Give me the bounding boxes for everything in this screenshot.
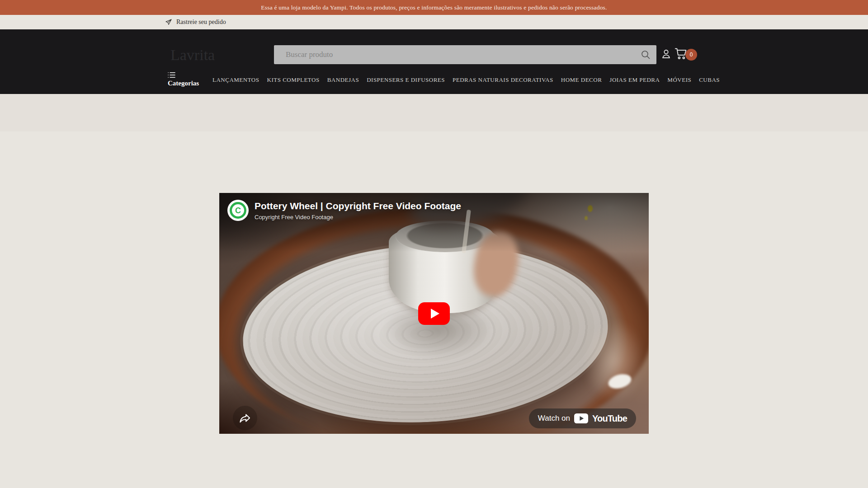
youtube-play-logo-icon [574, 413, 588, 423]
demo-notice-banner: Essa é uma loja modelo da Yampi. Todos o… [0, 0, 868, 15]
search-input[interactable] [274, 45, 656, 64]
send-icon [165, 19, 172, 26]
video-info-bar: C Pottery Wheel | Copyright Free Video F… [219, 193, 649, 228]
demo-notice-text: Essa é uma loja modelo da Yampi. Todos o… [261, 4, 607, 11]
cart-count-badge[interactable]: 0 [685, 49, 697, 61]
main-nav: LANÇAMENTOS KITS COMPLETOS BANDEJAS DISP… [212, 75, 720, 85]
youtube-wordmark: YouTube [592, 413, 627, 424]
track-order-link[interactable]: Rastreie seu pedido [165, 19, 226, 26]
nav-item-pedras-naturais-decorativas[interactable]: PEDRAS NATURAIS DECORATIVAS [453, 76, 553, 84]
search-icon [640, 49, 651, 60]
cart-count: 0 [690, 52, 693, 58]
nav-item-lancamentos[interactable]: LANÇAMENTOS [212, 76, 259, 84]
page-header-strip [0, 94, 868, 131]
nav-item-cubas[interactable]: CUBAS [699, 76, 720, 84]
watch-on-label: Watch on [538, 414, 570, 423]
channel-avatar[interactable]: C [227, 200, 249, 221]
store-logo[interactable]: Lavrita [170, 47, 215, 63]
search-box [274, 45, 656, 64]
youtube-embed: C Pottery Wheel | Copyright Free Video F… [219, 193, 649, 434]
video-titles: Pottery Wheel | Copyright Free Video Foo… [255, 200, 461, 221]
user-icon [660, 48, 672, 60]
video-title-link[interactable]: Pottery Wheel | Copyright Free Video Foo… [255, 201, 461, 211]
nav-item-home-decor[interactable]: HOME DECOR [561, 76, 602, 84]
nav-item-bandejas[interactable]: BANDEJAS [327, 76, 359, 84]
avatar-letter: C [235, 206, 241, 215]
storefront-page: { "banner": { "text": "Essa é uma loja m… [0, 0, 868, 488]
categories-label: Categorias [168, 80, 199, 87]
play-icon [431, 309, 439, 319]
watch-on-youtube-button[interactable]: Watch on YouTube [529, 408, 636, 428]
play-button[interactable] [418, 302, 450, 325]
nav-item-dispensers-e-difusores[interactable]: DISPENSERS E DIFUSORES [367, 76, 445, 84]
track-order-label: Rastreie seu pedido [176, 19, 226, 26]
site-header: Lavrita 0 Categorias [0, 29, 868, 94]
nav-item-kits-completos[interactable]: KITS COMPLETOS [267, 76, 320, 84]
menu-list-icon [168, 72, 175, 78]
categories-menu-button[interactable]: Categorias [168, 72, 199, 87]
search-button[interactable] [639, 49, 652, 61]
account-button[interactable] [660, 48, 672, 62]
nav-item-moveis[interactable]: MÓVEIS [667, 76, 691, 84]
nav-item-joias-em-pedra[interactable]: JOIAS EM PEDRA [609, 76, 660, 84]
share-button[interactable] [233, 406, 257, 430]
channel-name-link[interactable]: Copyright Free Video Footage [255, 214, 461, 221]
copyright-logo-icon: C [230, 202, 246, 219]
utility-bar: Rastreie seu pedido [0, 15, 868, 29]
share-arrow-icon [239, 412, 251, 424]
